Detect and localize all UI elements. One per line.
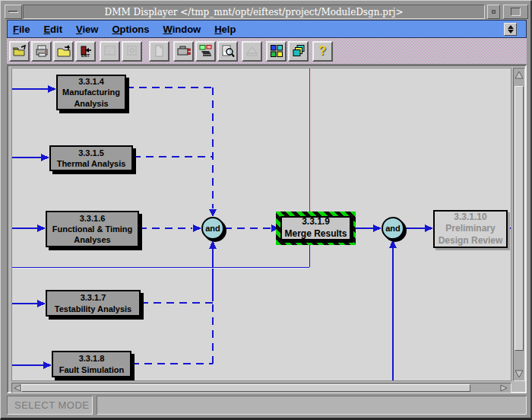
magnifier-page-icon bbox=[220, 44, 236, 58]
exit-button[interactable]: EXIT bbox=[75, 41, 96, 62]
diagram-area: 3.3.1.4 Manufacturing Analysis 3.3.1.5 T… bbox=[7, 65, 527, 393]
toolbox-button[interactable] bbox=[173, 41, 194, 62]
print-button[interactable] bbox=[31, 41, 52, 62]
exit-label: EXIT bbox=[81, 54, 90, 57]
status-message-panel bbox=[97, 396, 527, 415]
node-testability-analysis[interactable]: 3.3.1.7 Testability Analysis bbox=[46, 290, 141, 317]
window-frame-top: DMM Displayer </tmp_mnt/opt/eiftest/proj… bbox=[1, 1, 530, 20]
menubar-spin-button[interactable] bbox=[504, 23, 517, 36]
color-grid-icon bbox=[269, 44, 284, 58]
mode-text: SELECT MODE bbox=[14, 399, 89, 411]
iconify-button[interactable] bbox=[487, 5, 500, 19]
window-stack-button[interactable] bbox=[288, 41, 309, 62]
menu-file[interactable]: File bbox=[13, 24, 30, 35]
help-button[interactable]: ? bbox=[312, 41, 333, 62]
disabled-tool-button-3[interactable] bbox=[242, 41, 262, 62]
selection-hatch-border: 3.3.1.9 Merge Results bbox=[276, 212, 356, 245]
new-folder-button[interactable] bbox=[53, 41, 74, 62]
toolbox-icon bbox=[176, 44, 192, 58]
menu-help[interactable]: Help bbox=[214, 24, 236, 35]
dmm-displayer-window: DMM Displayer </tmp_mnt/opt/eiftest/proj… bbox=[0, 0, 532, 420]
and-gate-2[interactable]: and bbox=[382, 217, 404, 240]
color-grid-button[interactable] bbox=[266, 41, 287, 62]
menu-window[interactable]: Window bbox=[163, 24, 201, 35]
spin-down-icon bbox=[508, 30, 514, 33]
and-gate-1[interactable]: and bbox=[201, 217, 224, 240]
stacked-windows-icon bbox=[291, 44, 306, 58]
node-fault-simulation[interactable]: 3.3.1.8 Fault Simulation bbox=[52, 351, 131, 377]
printer-icon bbox=[34, 44, 49, 58]
spin-up-icon bbox=[508, 25, 514, 29]
node-merge-results-selected[interactable]: 3.3.1.9 Merge Results bbox=[280, 216, 351, 240]
menu-options[interactable]: Options bbox=[112, 24, 149, 35]
page-button[interactable] bbox=[149, 41, 169, 62]
horizontal-scrollbar[interactable] bbox=[11, 383, 511, 393]
maximize-icon bbox=[511, 8, 521, 16]
maximize-button[interactable] bbox=[503, 5, 528, 19]
scroll-right-icon[interactable] bbox=[500, 384, 508, 392]
vertical-scroll-thumb[interactable] bbox=[515, 86, 524, 351]
folder-icon bbox=[56, 44, 71, 58]
disabled-tool-button-1[interactable] bbox=[100, 41, 120, 62]
window-title: DMM Displayer </tmp_mnt/opt/eiftest/proj… bbox=[105, 7, 404, 18]
window-menu-button[interactable] bbox=[5, 5, 22, 19]
horizontal-scroll-thumb[interactable] bbox=[21, 384, 470, 392]
dimmed-tool-icon bbox=[245, 44, 260, 58]
question-mark-icon: ? bbox=[319, 45, 327, 57]
mode-indicator: SELECT MODE bbox=[7, 396, 93, 415]
scroll-left-icon[interactable] bbox=[14, 384, 21, 392]
toolbar: EXIT ? bbox=[7, 38, 527, 65]
menu-edit[interactable]: Edit bbox=[43, 24, 62, 35]
title-bar[interactable]: DMM Displayer </tmp_mnt/opt/eiftest/proj… bbox=[23, 5, 485, 19]
menu-view[interactable]: View bbox=[76, 24, 98, 35]
node-thermal-analysis[interactable]: 3.3.1.5 Thermal Analysis bbox=[49, 145, 133, 171]
dimmed-tool-icon bbox=[103, 44, 118, 58]
open-folder-icon bbox=[12, 44, 27, 58]
disabled-tool-button-2[interactable] bbox=[122, 41, 142, 62]
node-manufacturing-analysis[interactable]: 3.3.1.4 Manufacturing Analysis bbox=[56, 75, 126, 110]
zoom-view-button[interactable] bbox=[217, 41, 238, 62]
scroll-down-icon[interactable] bbox=[515, 369, 524, 378]
menu-bar: File Edit View Options Window Help bbox=[7, 20, 527, 38]
dimmed-tool-icon bbox=[125, 44, 140, 58]
iconify-icon bbox=[492, 10, 496, 14]
open-project-button[interactable] bbox=[9, 41, 30, 62]
devices-button[interactable] bbox=[195, 41, 216, 62]
page-icon bbox=[152, 44, 167, 58]
scroll-up-icon[interactable] bbox=[515, 71, 524, 80]
window-menu-icon bbox=[8, 11, 18, 13]
diagram-canvas[interactable]: 3.3.1.4 Manufacturing Analysis 3.3.1.5 T… bbox=[11, 68, 511, 381]
status-bar: SELECT MODE bbox=[7, 396, 527, 415]
devices-icon bbox=[198, 44, 214, 58]
vertical-scrollbar[interactable] bbox=[513, 68, 525, 381]
node-functional-timing-analyses[interactable]: 3.3.1.6 Functional & Timing Analyses bbox=[46, 211, 139, 247]
node-preliminary-design-review[interactable]: 3.3.1.10 Preliminary Design Review bbox=[433, 210, 508, 248]
